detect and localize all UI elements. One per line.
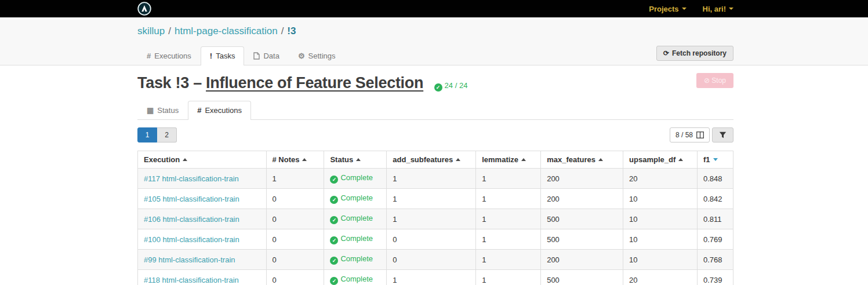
- user-menu[interactable]: Hi, ari!: [703, 5, 733, 13]
- hash-icon: #: [197, 106, 201, 115]
- task-title-row: Task !3 – Influence of Feature Selection…: [137, 74, 733, 92]
- breadcrumb-task-current: !3: [287, 25, 296, 36]
- chevron-down-icon: [682, 8, 687, 10]
- refresh-icon: ⟳: [663, 49, 669, 57]
- task-tab-bar: ▦ Status # Executions: [137, 101, 733, 120]
- execution-link[interactable]: #118 html-classification-train: [144, 276, 239, 284]
- task-title-link[interactable]: Influence of Feature Selection: [206, 74, 423, 92]
- status-badge: Complete: [330, 254, 373, 263]
- navbar-menu: Projects Hi, ari!: [649, 5, 733, 13]
- max-features-cell: 500: [541, 270, 623, 285]
- executions-table: Execution # Notes Status add_subfeatures…: [137, 151, 733, 285]
- column-count-box[interactable]: 8 / 58: [670, 127, 710, 142]
- status-badge: Complete: [330, 214, 373, 222]
- lemmatize-cell: 1: [476, 209, 541, 229]
- tab-executions[interactable]: # Executions: [137, 46, 201, 65]
- app-logo-icon[interactable]: [137, 2, 151, 16]
- upsample-df-cell: 20: [623, 270, 698, 285]
- column-header-f1[interactable]: f1: [697, 151, 733, 169]
- breadcrumb-owner-link[interactable]: skillup: [137, 25, 165, 36]
- upsample-df-cell: 10: [623, 189, 698, 209]
- task-tab-status[interactable]: ▦ Status: [137, 101, 188, 120]
- stop-icon: ⊘: [704, 76, 710, 85]
- status-check-icon: [330, 216, 338, 224]
- table-row: #100 html-classification-train 0 Complet…: [138, 229, 733, 250]
- columns-icon: [696, 131, 704, 138]
- page-button-1[interactable]: 1: [137, 127, 157, 142]
- upsample-df-cell: 20: [623, 169, 698, 189]
- column-header-status[interactable]: Status: [324, 151, 387, 169]
- project-header: skillup/html-page-classification/!3 # Ex…: [0, 17, 868, 65]
- filter-button[interactable]: [712, 127, 733, 142]
- status-badge: Complete: [330, 234, 373, 243]
- projects-menu-label: Projects: [649, 5, 678, 13]
- task-tab-executions-label: Executions: [205, 106, 242, 115]
- f1-cell: 0.768: [697, 250, 733, 270]
- table-row: #117 html-classification-train 1 Complet…: [138, 169, 733, 189]
- notes-cell: 0: [266, 250, 324, 270]
- task-tab-executions[interactable]: # Executions: [188, 101, 251, 120]
- tab-settings[interactable]: ⚙ Settings: [289, 46, 345, 65]
- lemmatize-cell: 1: [476, 270, 541, 285]
- lemmatize-cell: 1: [476, 189, 541, 209]
- tab-tasks[interactable]: ! Tasks: [201, 46, 245, 65]
- sort-asc-icon: [456, 158, 460, 161]
- table-row: #99 html-classification-train 0 Complete…: [138, 250, 733, 270]
- upsample-df-cell: 10: [623, 250, 698, 270]
- add-subfeatures-cell: 1: [387, 169, 476, 189]
- lemmatize-cell: 1: [476, 229, 541, 250]
- add-subfeatures-cell: 1: [387, 189, 476, 209]
- notes-cell: 1: [266, 169, 324, 189]
- stop-button[interactable]: ⊘ Stop: [696, 73, 733, 88]
- sort-asc-icon: [678, 158, 683, 161]
- column-header-lemmatize[interactable]: lemmatize: [476, 151, 541, 169]
- page-button-2[interactable]: 2: [157, 127, 177, 142]
- fetch-repository-label: Fetch repository: [672, 49, 727, 57]
- tab-data[interactable]: Data: [244, 46, 288, 65]
- execution-link[interactable]: #99 html-classification-train: [144, 255, 235, 264]
- column-header-add-subfeatures[interactable]: add_subfeatures: [387, 151, 476, 169]
- status-badge: Complete: [330, 275, 373, 283]
- f1-cell: 0.811: [697, 209, 733, 229]
- status-check-icon: [330, 236, 338, 244]
- max-features-cell: 200: [541, 189, 623, 209]
- pagination: 1 2: [137, 127, 177, 142]
- column-header-upsample-df[interactable]: upsample_df: [623, 151, 698, 169]
- max-features-cell: 200: [541, 250, 623, 270]
- column-header-max-features[interactable]: max_features: [541, 151, 623, 169]
- task-progress: 24 / 24: [434, 81, 468, 90]
- grid-icon: ▦: [147, 106, 154, 115]
- status-badge: Complete: [330, 193, 373, 202]
- stop-button-label: Stop: [711, 76, 726, 85]
- check-circle-icon: [434, 83, 442, 92]
- task-tab-status-label: Status: [157, 106, 179, 115]
- fetch-repository-button[interactable]: ⟳ Fetch repository: [656, 46, 733, 61]
- execution-link[interactable]: #100 html-classification-train: [144, 235, 239, 244]
- sort-asc-icon: [598, 158, 603, 161]
- breadcrumb-separator: /: [281, 25, 284, 36]
- execution-link[interactable]: #105 html-classification-train: [144, 195, 239, 203]
- execution-link[interactable]: #106 html-classification-train: [144, 215, 239, 224]
- upsample-df-cell: 10: [623, 229, 698, 250]
- projects-menu[interactable]: Projects: [649, 5, 686, 13]
- column-header-notes[interactable]: # Notes: [266, 151, 324, 169]
- status-check-icon: [330, 257, 338, 265]
- chevron-down-icon: [729, 8, 733, 10]
- tab-settings-label: Settings: [308, 52, 336, 60]
- column-header-execution[interactable]: Execution: [138, 151, 267, 169]
- add-subfeatures-cell: 0: [387, 229, 476, 250]
- add-subfeatures-cell: 1: [387, 270, 476, 285]
- visible-columns-count: 8 / 58: [675, 131, 693, 139]
- f1-cell: 0.739: [697, 270, 733, 285]
- tab-executions-label: Executions: [154, 52, 191, 60]
- f1-cell: 0.769: [697, 229, 733, 250]
- hash-icon: #: [147, 52, 151, 60]
- sort-asc-icon: [183, 158, 187, 161]
- gear-icon: ⚙: [298, 52, 305, 60]
- breadcrumb-project-link[interactable]: html-page-classification: [175, 25, 278, 36]
- task-progress-count: 24 / 24: [445, 81, 468, 90]
- max-features-cell: 500: [541, 229, 623, 250]
- status-badge: Complete: [330, 173, 373, 182]
- exclamation-icon: !: [210, 52, 212, 60]
- execution-link[interactable]: #117 html-classification-train: [144, 174, 239, 183]
